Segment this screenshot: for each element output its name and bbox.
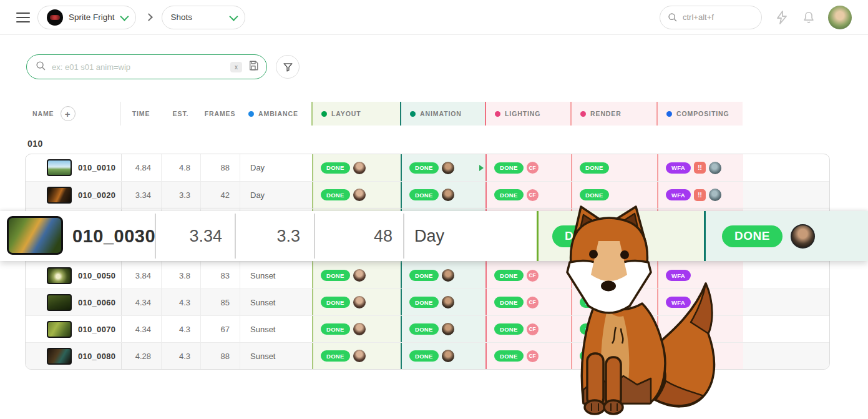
shot-thumbnail[interactable] <box>47 187 72 204</box>
assignee-avatar <box>353 162 366 174</box>
column-header-est[interactable]: EST. <box>161 102 200 126</box>
layout-task-cell[interactable]: DONE <box>312 154 401 181</box>
status-badge[interactable]: DONE <box>494 270 524 281</box>
status-badge[interactable]: DONE <box>409 323 439 335</box>
shot-thumbnail[interactable] <box>7 216 63 255</box>
animation-task-cell[interactable]: DONE <box>401 316 485 342</box>
status-badge[interactable]: DONE <box>494 297 524 308</box>
status-badge[interactable]: DONE <box>321 189 350 200</box>
time-cell: 4.34 <box>122 289 162 315</box>
shot-name-link[interactable]: 010_0080 <box>78 352 115 361</box>
est-cell: 4.8 <box>162 154 201 181</box>
time-cell: 3.34 <box>156 211 222 261</box>
status-badge[interactable]: DONE <box>409 189 439 200</box>
status-badge[interactable]: DONE <box>409 162 439 174</box>
status-badge[interactable]: DONE <box>494 323 524 335</box>
shot-thumbnail[interactable] <box>47 294 72 311</box>
shortcuts-bolt-icon[interactable] <box>774 10 789 25</box>
animation-task-cell[interactable]: DONE <box>401 182 485 208</box>
layout-task-cell[interactable]: DONE <box>312 316 401 342</box>
assignee-avatar <box>353 269 366 282</box>
shot-thumbnail[interactable] <box>47 321 72 338</box>
column-header-time[interactable]: TIME <box>121 102 161 126</box>
lighting-task-cell[interactable]: DONE CF <box>485 182 571 208</box>
assignee-initials: CF <box>527 162 539 174</box>
status-badge[interactable]: DONE <box>321 323 350 335</box>
shot-name-link[interactable]: 010_0030 <box>72 211 155 261</box>
shot-name-link[interactable]: 010_0050 <box>78 271 115 280</box>
status-badge[interactable]: DONE <box>321 162 350 174</box>
shot-filter-input[interactable] <box>52 62 225 72</box>
filter-bar: x <box>26 54 300 79</box>
chevron-down-icon <box>120 12 129 21</box>
shot-name-link[interactable]: 010_0070 <box>78 325 115 334</box>
column-header-layout[interactable]: LAYOUT <box>311 102 400 126</box>
frames-cell: 42 <box>201 182 240 208</box>
shot-filter-box[interactable]: x <box>26 54 267 79</box>
status-badge[interactable]: DONE <box>409 297 439 308</box>
clear-filter-button[interactable]: x <box>230 62 242 72</box>
shot-name-link[interactable]: 010_0060 <box>78 298 115 307</box>
ambiance-cell: Sunset <box>240 316 312 342</box>
est-cell: 4.3 <box>162 289 201 315</box>
status-badge[interactable]: DONE <box>722 225 783 247</box>
status-badge[interactable]: DONE <box>494 350 524 362</box>
column-header-lighting[interactable]: LIGHTING <box>485 102 570 126</box>
status-badge[interactable]: DONE <box>321 350 350 362</box>
status-badge[interactable]: DONE <box>580 162 609 174</box>
shots-page: Sprite Fright Shots <box>0 0 868 419</box>
status-badge[interactable]: WFA <box>666 189 691 200</box>
status-badge[interactable]: DONE <box>321 297 350 308</box>
layout-task-cell[interactable]: DONE <box>312 262 401 288</box>
shot-thumbnail[interactable] <box>47 159 72 176</box>
layout-task-cell[interactable]: DONE <box>312 182 401 208</box>
column-header-ambiance[interactable]: AMBIANCE <box>240 102 311 126</box>
assignee-avatar <box>353 350 366 362</box>
status-badge[interactable]: DONE <box>321 270 350 281</box>
animation-task-cell[interactable]: DONE <box>401 289 485 315</box>
assignee-avatar <box>791 224 815 249</box>
quick-search-input[interactable] <box>683 12 754 22</box>
status-badge[interactable]: DONE <box>494 189 524 200</box>
column-header-animation[interactable]: ANIMATION <box>400 102 485 126</box>
shot-thumbnail[interactable] <box>47 267 72 284</box>
animation-task-cell[interactable]: DONE <box>401 154 485 181</box>
project-switcher[interactable]: Sprite Fright <box>37 6 136 29</box>
layout-task-cell[interactable]: DONE <box>312 343 401 369</box>
shot-name-link[interactable]: 010_0010 <box>78 163 115 172</box>
filter-funnel-button[interactable] <box>276 55 300 79</box>
column-header-frames[interactable]: FRAMES <box>200 102 240 126</box>
layout-task-cell[interactable]: DONE <box>312 289 401 315</box>
compositing-task-cell[interactable]: WFA !! <box>657 182 743 208</box>
save-filter-icon[interactable] <box>248 60 259 74</box>
lighting-task-cell[interactable]: DONE CF <box>485 154 571 181</box>
compositing-task-cell[interactable]: WFA !! <box>657 154 743 181</box>
column-header-compositing[interactable]: COMPOSITING <box>656 102 743 126</box>
ambiance-dot-icon <box>248 111 254 117</box>
status-badge[interactable]: DONE <box>409 270 439 281</box>
status-badge[interactable]: WFA <box>666 162 691 174</box>
status-badge[interactable]: DONE <box>494 162 524 174</box>
shot-thumbnail[interactable] <box>47 348 72 365</box>
render-task-cell[interactable]: DONE <box>571 154 657 181</box>
shot-name-link[interactable]: 010_0020 <box>78 190 115 200</box>
section-dropdown[interactable]: Shots <box>162 6 245 29</box>
menu-icon[interactable] <box>16 12 30 22</box>
user-avatar[interactable] <box>828 6 852 29</box>
status-badge[interactable]: DONE <box>580 189 609 200</box>
render-task-cell[interactable]: DONE <box>571 182 657 208</box>
notifications-bell-icon[interactable] <box>802 11 816 24</box>
column-header-name[interactable]: NAME + <box>25 102 121 126</box>
animation-task-cell[interactable]: DONE <box>401 262 485 288</box>
quick-search-box[interactable] <box>660 6 762 29</box>
status-badge[interactable]: DONE <box>409 350 439 362</box>
section-name: Shots <box>171 12 193 22</box>
column-header-render[interactable]: RENDER <box>570 102 656 126</box>
animation-task-cell[interactable]: DONE <box>401 343 485 369</box>
add-column-button[interactable]: + <box>61 106 76 121</box>
assignee-initials: CF <box>527 270 539 282</box>
est-cell: 4.3 <box>162 316 201 342</box>
zoomed-row-overlay: 010_0030 3.34 3.3 48 Day DONE DONE <box>0 211 868 261</box>
table-row: 010_0010 4.84 4.8 88 Day DONE DONE DONE … <box>26 154 829 181</box>
frames-cell: 83 <box>201 262 240 288</box>
